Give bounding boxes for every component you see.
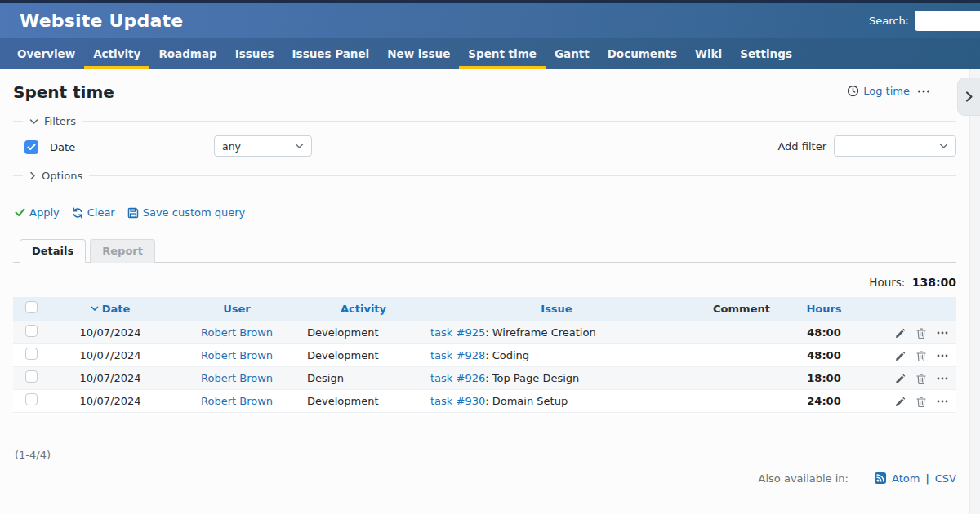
user-link[interactable]: Robert Brown [201,395,273,407]
column-header-hours[interactable]: Hours [806,303,841,315]
delete-icon[interactable] [916,397,926,407]
clear-button[interactable]: Clear [72,206,115,219]
hours-summary: Hours: 138:00 [13,276,956,289]
edit-icon[interactable] [895,374,906,384]
contextual-actions: Log time [847,85,930,97]
row-more-icon[interactable] [937,354,948,357]
table-row: 10/07/2024 Robert Brown Development task… [13,389,956,412]
date-operator-select[interactable]: any [214,135,312,157]
row-checkbox[interactable] [25,370,38,383]
search-input[interactable] [915,11,980,31]
cell-comment [688,366,795,389]
filters-fieldset: Filters Date any Add filter [13,115,956,162]
log-time-link[interactable]: Log time [847,85,910,97]
edit-icon[interactable] [895,351,906,361]
cell-hours: 48:00 [795,343,853,366]
issue-subject: : Wireframe Creation [485,326,595,339]
page-head: Spent time Log time [13,82,956,107]
tab-overview[interactable]: Overview [8,38,84,69]
cell-hours: 24:00 [795,389,853,412]
tab-details[interactable]: Details [20,239,86,263]
sidebar-toggle-button[interactable] [957,78,980,116]
cell-comment [688,321,795,343]
issue-subject: : Domain Setup [485,395,568,407]
issue-link[interactable]: task #925 [430,326,485,339]
filters-legend[interactable]: Filters [23,115,82,127]
select-all-checkbox[interactable] [25,301,38,313]
issue-link[interactable]: task #926 [430,372,485,384]
chevron-right-icon [964,91,973,103]
chevron-down-icon [295,143,304,149]
row-more-icon[interactable] [937,400,948,403]
tab-issues[interactable]: Issues [226,38,283,69]
date-filter-checkbox[interactable] [24,140,38,154]
delete-icon[interactable] [916,328,926,339]
log-time-label: Log time [863,85,910,97]
tab-spent-time[interactable]: Spent time [459,38,546,69]
tab-documents[interactable]: Documents [599,38,686,69]
table-row: 10/07/2024 Robert Brown Development task… [13,343,956,366]
sort-desc-icon [91,306,99,312]
atom-feed-icon [875,472,886,484]
column-header-comment: Comment [688,297,795,321]
user-link[interactable]: Robert Brown [201,372,273,384]
edit-icon[interactable] [895,328,906,339]
row-more-icon[interactable] [937,377,948,380]
options-legend[interactable]: Options [23,170,89,182]
issue-subject: : Coding [485,349,529,361]
column-header-activity[interactable]: Activity [341,303,386,315]
add-filter-select[interactable] [834,135,956,157]
user-link[interactable]: Robert Brown [201,326,273,339]
save-custom-query-button[interactable]: Save custom query [127,206,246,219]
filters-legend-label: Filters [44,115,76,127]
save-icon [127,207,139,219]
tab-new-issue[interactable]: New issue [378,38,459,69]
csv-link[interactable]: CSV [935,472,956,485]
refresh-icon [72,207,83,219]
cell-date: 10/07/2024 [49,321,172,343]
more-actions-icon[interactable] [917,89,930,94]
tab-activity[interactable]: Activity [84,38,149,69]
format-separator: | [925,472,929,485]
delete-icon[interactable] [916,351,926,361]
save-custom-query-label: Save custom query [143,206,246,219]
column-header-date[interactable]: Date [91,303,131,315]
user-link[interactable]: Robert Brown [201,349,273,361]
tab-gantt[interactable]: Gantt [546,38,599,69]
atom-link[interactable]: Atom [892,472,920,485]
column-header-user[interactable]: User [223,303,251,315]
tab-roadmap[interactable]: Roadmap [149,38,225,69]
column-header-issue[interactable]: Issue [541,303,572,315]
table-header-row: Date User Activity Issue Comment Hours [13,297,956,321]
clock-icon [847,85,859,97]
page-title: Spent time [13,82,956,102]
tab-report[interactable]: Report [90,239,155,263]
row-checkbox[interactable] [25,348,38,360]
row-more-icon[interactable] [937,331,948,335]
chevron-down-icon [939,143,948,149]
issue-link[interactable]: task #928 [430,349,485,361]
row-checkbox[interactable] [25,325,38,337]
cell-activity: Development [302,389,425,412]
cell-date: 10/07/2024 [49,366,172,389]
tab-settings[interactable]: Settings [731,38,801,69]
table-row: 10/07/2024 Robert Brown Development task… [13,321,956,343]
tab-issues-panel[interactable]: Issues Panel [283,38,379,69]
issue-link[interactable]: task #930 [430,395,485,407]
edit-icon[interactable] [895,397,906,407]
tab-wiki[interactable]: Wiki [686,38,731,69]
chevron-right-icon [29,171,36,180]
delete-icon[interactable] [916,374,926,384]
cell-comment [688,389,795,412]
cell-activity: Development [302,343,425,366]
column-header-actions [853,297,956,321]
options-fieldset: Options [13,170,956,193]
main-nav: Overview Activity Roadmap Issues Issues … [0,38,980,69]
apply-button[interactable]: Apply [15,206,60,219]
add-filter-label: Add filter [777,140,826,153]
time-entries-table: Date User Activity Issue Comment Hours 1… [13,297,956,413]
header: Website Update Search: [0,3,980,38]
row-checkbox[interactable] [25,393,38,405]
other-formats: Also available in: Atom | CSV [13,472,956,485]
options-legend-label: Options [42,170,82,182]
